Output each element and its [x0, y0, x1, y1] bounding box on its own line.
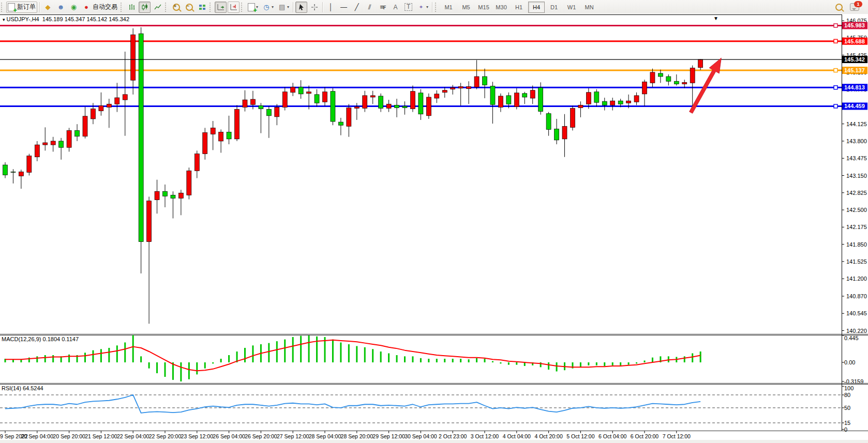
svg-text:0.445: 0.445: [844, 335, 859, 341]
svg-text:144.125: 144.125: [846, 121, 867, 127]
timeframe-h4-button[interactable]: H4: [528, 2, 545, 13]
chevron-down-icon: ▾: [287, 5, 289, 9]
horizontal-line-button[interactable]: —: [338, 2, 350, 13]
channel-button[interactable]: ⫽: [364, 2, 376, 13]
chart-symbol-period: USDJPY-,H4: [7, 16, 39, 22]
svg-text:20 Sep 04:00: 20 Sep 04:00: [21, 433, 54, 439]
text-button[interactable]: A: [390, 2, 401, 13]
add-indicator-button[interactable]: ▾: [246, 2, 260, 13]
profile-icon: ☻: [57, 3, 65, 11]
chart-title: ▾USDJPY-,H4 145.189 145.347 145.142 145.…: [3, 16, 129, 22]
svg-text:141.525: 141.525: [846, 258, 867, 265]
chart-canvas[interactable]: 146.075145.750145.425145.100144.775144.4…: [0, 14, 868, 443]
vertical-line-button[interactable]: │: [325, 2, 337, 13]
rsi-panel: 1008050150: [0, 385, 854, 433]
notification-badge: 1: [854, 1, 862, 7]
candlestick-chart-icon: [141, 3, 149, 11]
cursor-button[interactable]: [295, 2, 307, 13]
text-label-button[interactable]: T: [402, 2, 414, 13]
auto-trading-button[interactable]: ● 自动交易: [81, 2, 119, 13]
chat-button[interactable]: 1: [848, 2, 861, 13]
svg-text:30 Sep 04:00: 30 Sep 04:00: [405, 433, 437, 439]
bar-chart-button[interactable]: [126, 2, 138, 13]
rsi-line: [5, 395, 700, 413]
search-icon: [835, 4, 843, 11]
add-indicator-icon: [248, 3, 255, 11]
svg-text:21 Sep 12:00: 21 Sep 12:00: [85, 433, 117, 439]
zoom-in-icon: +: [173, 4, 180, 11]
price-axis: 146.075145.750145.425145.100144.775144.4…: [842, 18, 867, 334]
svg-text:27 Sep 12:00: 27 Sep 12:00: [277, 433, 309, 439]
timeframe-m15-button[interactable]: M15: [475, 2, 492, 13]
signals-button[interactable]: ◉: [68, 2, 80, 13]
template-button[interactable]: ▤▾: [276, 2, 291, 13]
svg-text:140.220: 140.220: [846, 328, 867, 334]
price-tag-145.983: 145.983: [842, 22, 867, 29]
zoom-out-button[interactable]: −: [183, 2, 195, 13]
timeframe-m30-button[interactable]: M30: [493, 2, 510, 13]
trendline-button[interactable]: ╱: [351, 2, 363, 13]
equidistant-channel-icon: ⫽: [366, 3, 374, 11]
chart-ohlc-values: 145.189 145.347 145.142 145.342: [42, 16, 129, 22]
chat-icon: 1: [850, 3, 859, 11]
horizontal-line-icon: —: [340, 3, 348, 11]
timeframe-mn-button[interactable]: MN: [581, 2, 597, 13]
new-order-button[interactable]: 新订单: [6, 2, 37, 13]
price-tag-144.459: 144.459: [842, 102, 867, 110]
chart-area[interactable]: ▾USDJPY-,H4 145.189 145.347 145.142 145.…: [0, 14, 868, 443]
svg-text:28 Sep 20:00: 28 Sep 20:00: [341, 433, 373, 439]
svg-text:144.813: 144.813: [844, 84, 865, 90]
cursor-icon: [297, 3, 306, 11]
svg-text:29 Sep 12:00: 29 Sep 12:00: [372, 433, 405, 439]
macd-panel: 0.4450.00-0.3159: [5, 335, 863, 385]
candles: [3, 27, 703, 324]
svg-text:145.137: 145.137: [844, 67, 865, 73]
new-order-label: 新订单: [17, 3, 36, 11]
search-button[interactable]: [833, 2, 845, 13]
svg-text:100: 100: [844, 385, 854, 391]
candlestick-chart-button[interactable]: [139, 2, 151, 13]
timeframe-d1-button[interactable]: D1: [546, 2, 562, 13]
svg-text:0: 0: [844, 426, 847, 433]
line-chart-button[interactable]: [152, 2, 163, 13]
red-arrow-annotation: [690, 58, 722, 113]
bar-chart-icon: [128, 3, 136, 11]
shapes-icon: ✦: [417, 3, 425, 11]
svg-text:141.200: 141.200: [846, 276, 867, 282]
svg-text:141.850: 141.850: [846, 241, 867, 248]
timeframe-group: M1M5M15M30H1H4D1W1MN: [440, 2, 598, 13]
timeframe-w1-button[interactable]: W1: [563, 2, 580, 13]
mt4-window: 新订单 ◆ ☻ ◉ ● 自动交易 + −: [0, 0, 868, 443]
svg-text:145.342: 145.342: [844, 56, 865, 63]
chart-expand-icon[interactable]: ▾: [3, 17, 5, 22]
fibonacci-button[interactable]: ≡ꜰ: [377, 2, 388, 13]
svg-text:145.983: 145.983: [844, 22, 865, 28]
svg-text:140.545: 140.545: [846, 310, 867, 316]
svg-text:22 Sep 04:00: 22 Sep 04:00: [117, 433, 149, 439]
period-button[interactable]: ◷▾: [261, 2, 275, 13]
template-icon: ▤: [278, 3, 286, 11]
crosshair-button[interactable]: [308, 2, 320, 13]
text-label-icon: T: [405, 3, 412, 11]
svg-text:4 Oct 20:00: 4 Oct 20:00: [534, 433, 562, 439]
svg-text:15: 15: [844, 420, 850, 426]
signal-icon: ◉: [70, 3, 78, 11]
svg-text:22 Sep 20:00: 22 Sep 20:00: [149, 433, 182, 439]
svg-text:142.825: 142.825: [846, 190, 867, 196]
market-watch-button[interactable]: ◆: [42, 2, 54, 13]
auto-trading-label: 自动交易: [93, 3, 117, 11]
svg-text:28 Sep 04:00: 28 Sep 04:00: [309, 433, 341, 439]
timeframe-m5-button[interactable]: M5: [458, 2, 474, 13]
chart-shift-button[interactable]: [228, 2, 240, 13]
timeframe-h1-button[interactable]: H1: [511, 2, 527, 13]
svg-text:140.870: 140.870: [846, 293, 867, 299]
zoom-in-button[interactable]: +: [170, 2, 182, 13]
auto-trading-icon: ●: [82, 3, 91, 11]
timeframe-m1-button[interactable]: M1: [440, 2, 457, 13]
auto-scroll-button[interactable]: [215, 2, 227, 13]
svg-text:6 Oct 04:00: 6 Oct 04:00: [598, 433, 626, 439]
tile-windows-button[interactable]: [196, 2, 208, 13]
price-tag-145.688: 145.688: [842, 38, 867, 45]
accounts-button[interactable]: ☻: [55, 2, 67, 13]
arrows-button[interactable]: ✦▾: [415, 2, 430, 13]
